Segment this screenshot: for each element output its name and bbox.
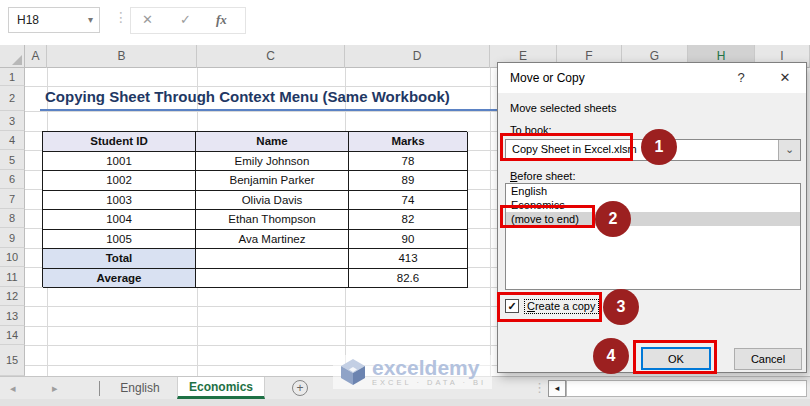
table-cell[interactable]: 90 [349, 230, 468, 250]
row-header-3[interactable]: 3 [0, 111, 25, 131]
confirm-entry-icon[interactable]: ✓ [180, 12, 191, 27]
table-cell[interactable]: Emily Johnson [196, 152, 349, 172]
table-cell[interactable]: 1003 [43, 191, 196, 211]
insert-function-icon[interactable]: fx [216, 12, 227, 28]
dialog-close-icon[interactable]: ✕ [764, 63, 806, 93]
row-header-1[interactable]: 1 [0, 68, 25, 86]
cancel-button[interactable]: Cancel [734, 348, 802, 370]
average-label-cell[interactable]: Average [43, 269, 196, 289]
row-header-13[interactable]: 13 [0, 306, 25, 326]
select-all-corner[interactable] [0, 45, 25, 68]
row-header-14[interactable]: 14 [0, 326, 25, 345]
row-header-15[interactable]: 15 [0, 345, 25, 376]
row-header-4[interactable]: 4 [0, 131, 25, 150]
row-header-7[interactable]: 7 [0, 189, 25, 209]
tab-divider [99, 381, 100, 396]
cancel-entry-icon[interactable]: ✕ [142, 12, 153, 27]
table-cell[interactable]: Ethan Thompson [196, 210, 349, 230]
row-header-2[interactable]: 2 [0, 86, 25, 111]
formula-bar: H18 ▾ ⋮ ✕ ✓ fx [0, 0, 810, 45]
tab-scroll-left-icon[interactable]: ◂ [10, 382, 16, 395]
row-header-10[interactable]: 10 [0, 248, 25, 267]
table-header-student-id[interactable]: Student ID [43, 132, 196, 152]
table-cell[interactable]: 1001 [43, 152, 196, 172]
students-table: Student ID Name Marks 1001 Emily Johnson… [42, 131, 467, 287]
before-sheet-label: Before sheet: [510, 170, 575, 182]
row-header-12[interactable]: 12 [0, 287, 25, 306]
column-header-d[interactable]: D [345, 45, 490, 68]
table-cell[interactable]: 74 [349, 191, 468, 211]
table-cell[interactable]: 1005 [43, 230, 196, 250]
table-cell[interactable]: Olivia Davis [196, 191, 349, 211]
table-cell[interactable]: 78 [349, 152, 468, 172]
title-underline [40, 109, 497, 111]
total-label-cell[interactable]: Total [43, 249, 196, 269]
annotation-rect-3 [497, 292, 602, 322]
dialog-help-button[interactable]: ? [724, 63, 758, 93]
list-item-english[interactable]: English [506, 184, 800, 198]
name-box[interactable]: H18 ▾ [8, 7, 100, 33]
average-value-cell[interactable]: 82.6 [349, 269, 468, 289]
dialog-titlebar[interactable]: Move or Copy ? ✕ [498, 63, 806, 93]
sheet-tab-economics[interactable]: Economics [177, 377, 265, 399]
watermark-brand: exceldemy [372, 357, 486, 378]
horizontal-scrollbar-track[interactable] [566, 380, 807, 397]
row-header-8[interactable]: 8 [0, 209, 25, 228]
name-box-chevron-icon[interactable]: ▾ [88, 8, 93, 32]
table-header-name[interactable]: Name [196, 132, 349, 152]
dialog-title: Move or Copy [510, 71, 585, 85]
total-value-cell[interactable]: 413 [349, 249, 468, 269]
column-header-c[interactable]: C [197, 45, 345, 68]
column-header-a[interactable]: A [25, 45, 47, 68]
status-bar [0, 399, 810, 406]
formula-bar-grip-icon: ⋮ [114, 9, 128, 25]
table-cell[interactable] [196, 269, 349, 289]
annotation-step-2: 2 [595, 201, 631, 237]
annotation-rect-4 [633, 340, 717, 374]
annotation-step-1: 1 [641, 129, 677, 165]
scrollbar-left-arrow[interactable]: ◂ [548, 380, 566, 397]
annotation-rect-2 [500, 205, 595, 228]
table-header-marks[interactable]: Marks [349, 132, 468, 152]
table-cell[interactable]: 89 [349, 171, 468, 191]
select-all-triangle-icon [12, 55, 22, 65]
row-header-6[interactable]: 6 [0, 170, 25, 189]
row-header-5[interactable]: 5 [0, 150, 25, 170]
before-sheet-listbox[interactable]: English Economics (move to end) [505, 183, 801, 290]
annotation-rect-1 [500, 133, 633, 161]
tab-scroll-right-icon[interactable]: ▸ [52, 382, 58, 395]
sheet-tab-english[interactable]: English [104, 377, 176, 399]
table-cell[interactable]: Ava Martinez [196, 230, 349, 250]
exceldemy-logo-icon [339, 358, 367, 386]
table-cell[interactable] [196, 249, 349, 269]
column-header-b[interactable]: B [47, 45, 197, 68]
row-header-9[interactable]: 9 [0, 228, 25, 248]
watermark-tagline: EXCEL · DATA · BI [372, 379, 486, 387]
page-title: Copying Sheet Through Context Menu (Same… [45, 88, 450, 105]
dropdown-chevron-icon[interactable]: ⌄ [778, 140, 800, 160]
new-sheet-button[interactable]: + [292, 380, 308, 396]
row-header-11[interactable]: 11 [0, 267, 25, 287]
exceldemy-watermark: exceldemy EXCEL · DATA · BI [333, 355, 492, 389]
table-cell[interactable]: 82 [349, 210, 468, 230]
table-cell[interactable]: 1004 [43, 210, 196, 230]
dialog-subtitle: Move selected sheets [510, 102, 616, 114]
table-cell[interactable]: 1002 [43, 171, 196, 191]
scrollbar-grip-icon[interactable]: ⋮ [533, 380, 544, 395]
name-box-value: H18 [17, 13, 39, 27]
annotation-step-4: 4 [593, 338, 629, 374]
annotation-step-3: 3 [603, 289, 639, 325]
table-cell[interactable]: Benjamin Parker [196, 171, 349, 191]
